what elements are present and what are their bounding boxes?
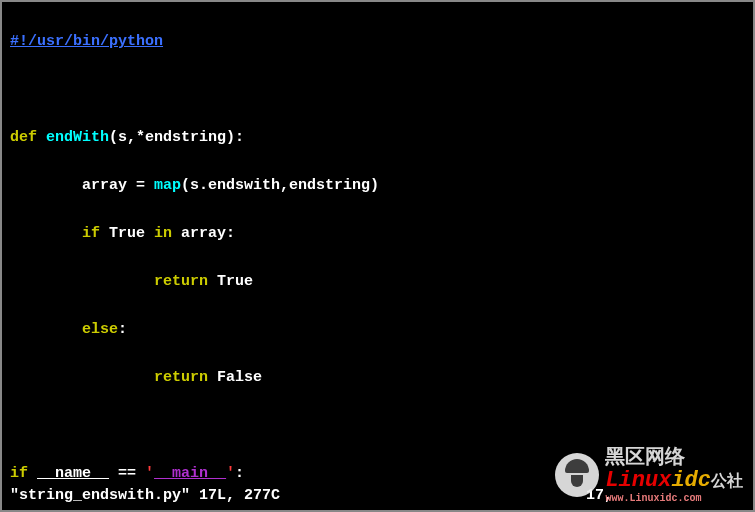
code-line: else: xyxy=(10,318,745,342)
file-info: "string_endswith.py" 17L, 277C xyxy=(10,487,280,504)
code-line: array = map(s.endswith,endstring) xyxy=(10,174,745,198)
map-builtin: map xyxy=(154,177,181,194)
code-line: #!/usr/bin/python xyxy=(10,30,745,54)
code-line: if __name__ == '__main__': xyxy=(10,462,745,486)
code-editor[interactable]: #!/usr/bin/python def endWith(s,*endstri… xyxy=(2,2,753,512)
def-keyword: def xyxy=(10,129,37,146)
cursor-position: 17, xyxy=(586,487,613,504)
code-line: return True xyxy=(10,270,745,294)
code-line: if True in array: xyxy=(10,222,745,246)
code-line: def endWith(s,*endstring): xyxy=(10,126,745,150)
code-line xyxy=(10,78,745,102)
params: (s,*endstring): xyxy=(109,129,244,146)
code-line: return False xyxy=(10,366,745,390)
function-name: endWith xyxy=(46,129,109,146)
vim-statusbar: "string_endswith.py" 17L, 277C xyxy=(10,487,745,504)
name-dunder: __name__ xyxy=(37,465,109,482)
shebang-comment: #!/usr/bin/python xyxy=(10,33,163,50)
code-line xyxy=(10,414,745,438)
